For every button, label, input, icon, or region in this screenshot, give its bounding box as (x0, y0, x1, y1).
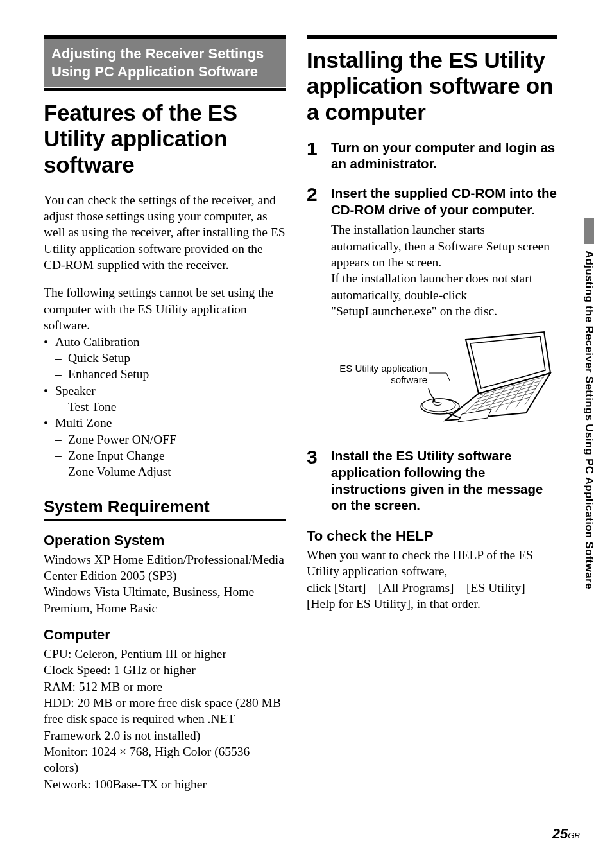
step-1: 1 Turn on your computer and login as an … (307, 139, 557, 176)
figure-laptop-cd: ES Utility application software (331, 331, 557, 427)
exclusion-list: Auto Calibration Quick Setup Enhanced Se… (44, 334, 286, 480)
step-title: Insert the supplied CD-ROM into the CD-R… (331, 185, 557, 218)
step-number: 3 (307, 447, 321, 517)
step-text: The installation launcher starts automat… (331, 221, 557, 319)
step-number: 2 (307, 185, 321, 438)
list-item: Quick Setup (55, 350, 286, 366)
intro-paragraph: You can check the settings of the receiv… (44, 192, 286, 273)
sub-list: Quick Setup Enhanced Setup (55, 350, 286, 383)
step-body: Turn on your computer and login as an ad… (331, 139, 557, 176)
page-content: Adjusting the Receiver Settings Using PC… (44, 35, 580, 803)
bullet-label: Multi Zone (55, 416, 112, 430)
note-lead: The following settings cannot be set usi… (44, 284, 286, 333)
page-number-value: 25 (552, 826, 568, 842)
page-number: 25GB (552, 826, 580, 842)
install-title: Installing the ES Utility application so… (307, 35, 557, 125)
list-item: Zone Volume Adjust (55, 464, 286, 480)
os-body: Windows XP Home Edition/Professional/Med… (44, 551, 286, 616)
step-title: Turn on your computer and login as an ad… (331, 139, 557, 172)
list-item: Test Tone (55, 399, 286, 415)
features-title: Features of the ES Utility application s… (44, 88, 286, 178)
list-item: Multi Zone Zone Power ON/OFF Zone Input … (44, 415, 286, 480)
step-2: 2 Insert the supplied CD-ROM into the CD… (307, 185, 557, 438)
step-title: Install the ES Utility software applicat… (331, 447, 557, 514)
help-body: When you want to check the HELP of the E… (307, 547, 557, 612)
os-heading: Operation System (44, 532, 286, 549)
list-item: Enhanced Setup (55, 366, 286, 382)
figure-label: ES Utility application software (331, 363, 427, 386)
step-body: Install the ES Utility software applicat… (331, 447, 557, 517)
laptop-icon (416, 331, 557, 427)
system-requirement-heading: System Requirement (44, 497, 286, 521)
right-column: Installing the ES Utility application so… (307, 35, 557, 803)
side-tab-bar (584, 218, 594, 244)
list-item: Zone Power ON/OFF (55, 431, 286, 447)
bullet-label: Auto Calibration (55, 335, 140, 349)
step-number: 1 (307, 139, 321, 176)
sub-list: Test Tone (55, 399, 286, 415)
bullet-label: Speaker (55, 384, 96, 397)
sub-list: Zone Power ON/OFF Zone Input Change Zone… (55, 431, 286, 480)
computer-body: CPU: Celeron, Pentium III or higher Cloc… (44, 646, 286, 792)
list-item: Speaker Test Tone (44, 383, 286, 415)
step-3: 3 Install the ES Utility software applic… (307, 447, 557, 517)
computer-heading: Computer (44, 627, 286, 643)
help-heading: To check the HELP (307, 528, 557, 544)
step-body: Insert the supplied CD-ROM into the CD-R… (331, 185, 557, 438)
left-column: Adjusting the Receiver Settings Using PC… (44, 35, 286, 803)
list-item: Auto Calibration Quick Setup Enhanced Se… (44, 334, 286, 383)
list-item: Zone Input Change (55, 447, 286, 464)
side-tab: Adjusting the Receiver Settings Using PC… (575, 218, 594, 629)
side-tab-label: Adjusting the Receiver Settings Using PC… (582, 250, 595, 589)
page-suffix: GB (568, 831, 580, 840)
section-header: Adjusting the Receiver Settings Using PC… (44, 35, 286, 87)
